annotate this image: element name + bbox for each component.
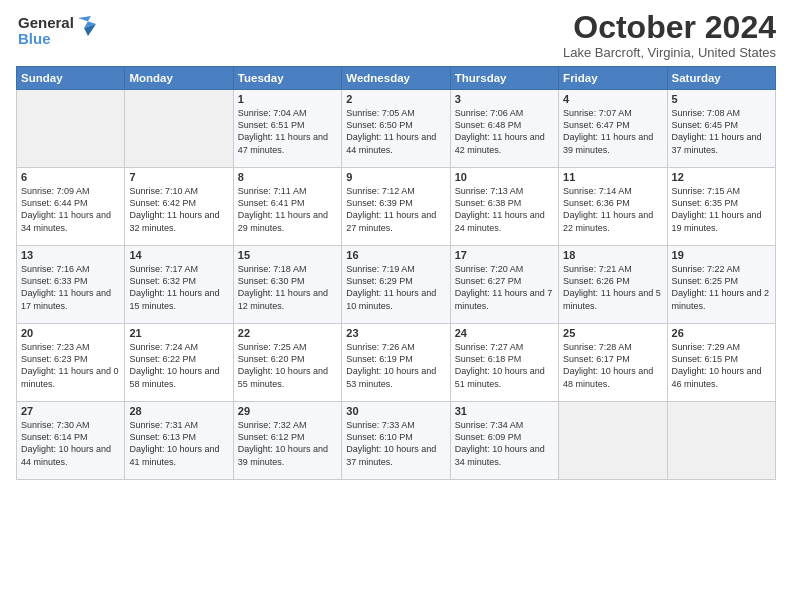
calendar-cell: 25Sunrise: 7:28 AMSunset: 6:17 PMDayligh… <box>559 324 667 402</box>
calendar-cell: 7Sunrise: 7:10 AMSunset: 6:42 PMDaylight… <box>125 168 233 246</box>
cell-info: Sunrise: 7:28 AMSunset: 6:17 PMDaylight:… <box>563 341 662 390</box>
calendar-cell: 17Sunrise: 7:20 AMSunset: 6:27 PMDayligh… <box>450 246 558 324</box>
day-number: 3 <box>455 93 554 105</box>
cell-info: Sunrise: 7:13 AMSunset: 6:38 PMDaylight:… <box>455 185 554 234</box>
cell-info: Sunrise: 7:09 AMSunset: 6:44 PMDaylight:… <box>21 185 120 234</box>
calendar-cell: 24Sunrise: 7:27 AMSunset: 6:18 PMDayligh… <box>450 324 558 402</box>
day-number: 12 <box>672 171 771 183</box>
calendar-cell: 8Sunrise: 7:11 AMSunset: 6:41 PMDaylight… <box>233 168 341 246</box>
location: Lake Barcroft, Virginia, United States <box>563 45 776 60</box>
title-block: October 2024 Lake Barcroft, Virginia, Un… <box>563 10 776 60</box>
day-number: 24 <box>455 327 554 339</box>
day-number: 10 <box>455 171 554 183</box>
day-number: 17 <box>455 249 554 261</box>
calendar-cell: 12Sunrise: 7:15 AMSunset: 6:35 PMDayligh… <box>667 168 775 246</box>
calendar-cell: 13Sunrise: 7:16 AMSunset: 6:33 PMDayligh… <box>17 246 125 324</box>
cell-info: Sunrise: 7:17 AMSunset: 6:32 PMDaylight:… <box>129 263 228 312</box>
day-number: 9 <box>346 171 445 183</box>
day-number: 13 <box>21 249 120 261</box>
day-number: 1 <box>238 93 337 105</box>
day-number: 8 <box>238 171 337 183</box>
calendar-cell: 3Sunrise: 7:06 AMSunset: 6:48 PMDaylight… <box>450 90 558 168</box>
cell-info: Sunrise: 7:04 AMSunset: 6:51 PMDaylight:… <box>238 107 337 156</box>
calendar-table: SundayMondayTuesdayWednesdayThursdayFrid… <box>16 66 776 480</box>
header: General Blue October 2024 Lake Barcroft,… <box>16 10 776 60</box>
day-number: 2 <box>346 93 445 105</box>
day-number: 31 <box>455 405 554 417</box>
calendar-cell: 21Sunrise: 7:24 AMSunset: 6:22 PMDayligh… <box>125 324 233 402</box>
cell-info: Sunrise: 7:08 AMSunset: 6:45 PMDaylight:… <box>672 107 771 156</box>
calendar-cell: 14Sunrise: 7:17 AMSunset: 6:32 PMDayligh… <box>125 246 233 324</box>
day-number: 16 <box>346 249 445 261</box>
day-number: 11 <box>563 171 662 183</box>
day-number: 4 <box>563 93 662 105</box>
day-header-wednesday: Wednesday <box>342 67 450 90</box>
svg-text:General: General <box>18 14 74 31</box>
calendar-cell: 31Sunrise: 7:34 AMSunset: 6:09 PMDayligh… <box>450 402 558 480</box>
day-header-saturday: Saturday <box>667 67 775 90</box>
day-number: 27 <box>21 405 120 417</box>
cell-info: Sunrise: 7:07 AMSunset: 6:47 PMDaylight:… <box>563 107 662 156</box>
month-title: October 2024 <box>563 10 776 45</box>
logo: General Blue <box>16 10 106 58</box>
cell-info: Sunrise: 7:32 AMSunset: 6:12 PMDaylight:… <box>238 419 337 468</box>
cell-info: Sunrise: 7:34 AMSunset: 6:09 PMDaylight:… <box>455 419 554 468</box>
calendar-cell <box>559 402 667 480</box>
calendar-cell: 26Sunrise: 7:29 AMSunset: 6:15 PMDayligh… <box>667 324 775 402</box>
svg-text:Blue: Blue <box>18 30 51 47</box>
calendar-cell <box>17 90 125 168</box>
cell-info: Sunrise: 7:22 AMSunset: 6:25 PMDaylight:… <box>672 263 771 312</box>
calendar-cell: 22Sunrise: 7:25 AMSunset: 6:20 PMDayligh… <box>233 324 341 402</box>
calendar-cell: 2Sunrise: 7:05 AMSunset: 6:50 PMDaylight… <box>342 90 450 168</box>
cell-info: Sunrise: 7:20 AMSunset: 6:27 PMDaylight:… <box>455 263 554 312</box>
cell-info: Sunrise: 7:19 AMSunset: 6:29 PMDaylight:… <box>346 263 445 312</box>
cell-info: Sunrise: 7:29 AMSunset: 6:15 PMDaylight:… <box>672 341 771 390</box>
day-number: 25 <box>563 327 662 339</box>
cell-info: Sunrise: 7:10 AMSunset: 6:42 PMDaylight:… <box>129 185 228 234</box>
day-header-monday: Monday <box>125 67 233 90</box>
cell-info: Sunrise: 7:12 AMSunset: 6:39 PMDaylight:… <box>346 185 445 234</box>
cell-info: Sunrise: 7:05 AMSunset: 6:50 PMDaylight:… <box>346 107 445 156</box>
cell-info: Sunrise: 7:18 AMSunset: 6:30 PMDaylight:… <box>238 263 337 312</box>
day-header-tuesday: Tuesday <box>233 67 341 90</box>
day-number: 23 <box>346 327 445 339</box>
calendar-cell: 6Sunrise: 7:09 AMSunset: 6:44 PMDaylight… <box>17 168 125 246</box>
day-number: 5 <box>672 93 771 105</box>
day-number: 28 <box>129 405 228 417</box>
cell-info: Sunrise: 7:06 AMSunset: 6:48 PMDaylight:… <box>455 107 554 156</box>
day-number: 20 <box>21 327 120 339</box>
calendar-cell <box>125 90 233 168</box>
cell-info: Sunrise: 7:31 AMSunset: 6:13 PMDaylight:… <box>129 419 228 468</box>
calendar-cell: 27Sunrise: 7:30 AMSunset: 6:14 PMDayligh… <box>17 402 125 480</box>
calendar-cell <box>667 402 775 480</box>
cell-info: Sunrise: 7:30 AMSunset: 6:14 PMDaylight:… <box>21 419 120 468</box>
cell-info: Sunrise: 7:33 AMSunset: 6:10 PMDaylight:… <box>346 419 445 468</box>
day-number: 29 <box>238 405 337 417</box>
day-number: 26 <box>672 327 771 339</box>
cell-info: Sunrise: 7:14 AMSunset: 6:36 PMDaylight:… <box>563 185 662 234</box>
cell-info: Sunrise: 7:16 AMSunset: 6:33 PMDaylight:… <box>21 263 120 312</box>
cell-info: Sunrise: 7:15 AMSunset: 6:35 PMDaylight:… <box>672 185 771 234</box>
day-number: 14 <box>129 249 228 261</box>
calendar-cell: 29Sunrise: 7:32 AMSunset: 6:12 PMDayligh… <box>233 402 341 480</box>
day-header-friday: Friday <box>559 67 667 90</box>
day-header-sunday: Sunday <box>17 67 125 90</box>
day-number: 30 <box>346 405 445 417</box>
cell-info: Sunrise: 7:24 AMSunset: 6:22 PMDaylight:… <box>129 341 228 390</box>
day-number: 7 <box>129 171 228 183</box>
calendar-cell: 4Sunrise: 7:07 AMSunset: 6:47 PMDaylight… <box>559 90 667 168</box>
day-number: 15 <box>238 249 337 261</box>
calendar-cell: 23Sunrise: 7:26 AMSunset: 6:19 PMDayligh… <box>342 324 450 402</box>
calendar-cell: 11Sunrise: 7:14 AMSunset: 6:36 PMDayligh… <box>559 168 667 246</box>
calendar-page: General Blue October 2024 Lake Barcroft,… <box>0 0 792 612</box>
cell-info: Sunrise: 7:11 AMSunset: 6:41 PMDaylight:… <box>238 185 337 234</box>
cell-info: Sunrise: 7:26 AMSunset: 6:19 PMDaylight:… <box>346 341 445 390</box>
cell-info: Sunrise: 7:21 AMSunset: 6:26 PMDaylight:… <box>563 263 662 312</box>
day-number: 21 <box>129 327 228 339</box>
day-number: 18 <box>563 249 662 261</box>
calendar-cell: 10Sunrise: 7:13 AMSunset: 6:38 PMDayligh… <box>450 168 558 246</box>
calendar-cell: 5Sunrise: 7:08 AMSunset: 6:45 PMDaylight… <box>667 90 775 168</box>
calendar-cell: 30Sunrise: 7:33 AMSunset: 6:10 PMDayligh… <box>342 402 450 480</box>
calendar-cell: 9Sunrise: 7:12 AMSunset: 6:39 PMDaylight… <box>342 168 450 246</box>
calendar-cell: 1Sunrise: 7:04 AMSunset: 6:51 PMDaylight… <box>233 90 341 168</box>
